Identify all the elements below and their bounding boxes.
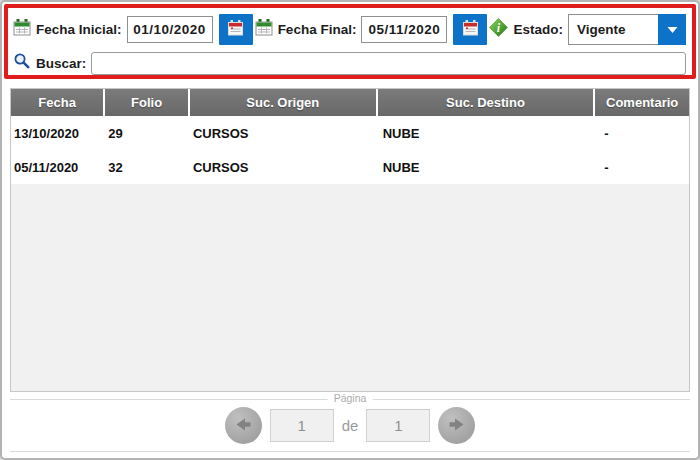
column-header-fecha[interactable]: Fecha <box>11 89 103 116</box>
fecha-final-label: Fecha Final: <box>278 22 357 37</box>
pagination-controls: de <box>10 400 690 451</box>
cell-folio: 29 <box>105 126 188 141</box>
calendar-icon <box>13 19 31 40</box>
cell-folio: 32 <box>105 160 188 175</box>
cell-suc-origen: CURSOS <box>190 126 376 141</box>
next-page-button[interactable] <box>438 407 475 444</box>
cell-suc-destino: NUBE <box>378 160 594 175</box>
cell-comentario: - <box>595 126 689 141</box>
previous-page-button[interactable] <box>225 407 262 444</box>
cell-fecha: 13/10/2020 <box>11 126 103 141</box>
current-page-input[interactable] <box>270 409 334 442</box>
total-pages-input[interactable] <box>366 409 430 442</box>
fecha-inicial-picker-button[interactable] <box>219 14 253 45</box>
page-of-label: de <box>342 417 359 434</box>
search-input[interactable] <box>91 52 686 75</box>
chevron-down-icon <box>667 22 678 37</box>
calendar-icon <box>255 19 273 40</box>
cell-fecha: 05/11/2020 <box>11 160 103 175</box>
filter-row-search: Buscar: <box>13 49 686 77</box>
buscar-label: Buscar: <box>36 56 86 71</box>
cell-suc-origen: CURSOS <box>190 160 376 175</box>
calendar-picker-icon <box>227 20 244 39</box>
cell-suc-destino: NUBE <box>378 126 594 141</box>
cell-comentario: - <box>595 160 689 175</box>
table-header-row: Fecha Folio Suc. Origen Suc. Destino Com… <box>11 89 689 116</box>
estado-selected-value: Vigente <box>568 14 658 45</box>
column-header-folio[interactable]: Folio <box>105 89 188 116</box>
results-table: Fecha Folio Suc. Origen Suc. Destino Com… <box>10 88 690 392</box>
fecha-final-picker-button[interactable] <box>453 14 487 45</box>
column-header-suc-origen[interactable]: Suc. Origen <box>190 89 376 116</box>
column-header-suc-destino[interactable]: Suc. Destino <box>378 89 594 116</box>
pagination-section: Página de <box>10 399 690 452</box>
arrow-right-icon <box>447 415 466 437</box>
estado-group: i Estado: Vigente <box>489 14 686 45</box>
fecha-inicial-label: Fecha Inicial: <box>36 22 122 37</box>
estado-label: Estado: <box>513 22 563 37</box>
filter-panel: Fecha Inicial: <box>4 4 696 79</box>
table-row[interactable]: 13/10/2020 29 CURSOS NUBE - <box>11 116 689 150</box>
search-icon <box>13 52 31 74</box>
fecha-inicial-group: Fecha Inicial: <box>13 14 253 45</box>
info-icon: i <box>489 18 508 41</box>
estado-dropdown[interactable]: Vigente <box>568 14 686 45</box>
table-body: 13/10/2020 29 CURSOS NUBE - 05/11/2020 3… <box>11 116 689 184</box>
fecha-final-group: Fecha Final: <box>255 14 488 45</box>
filter-row-dates: Fecha Inicial: <box>13 11 686 47</box>
fecha-final-input[interactable] <box>361 16 447 43</box>
calendar-picker-icon <box>462 20 479 39</box>
fecha-inicial-input[interactable] <box>127 16 213 43</box>
column-header-comentario[interactable]: Comentario <box>595 89 689 116</box>
arrow-left-icon <box>234 415 253 437</box>
estado-dropdown-button[interactable] <box>658 14 686 45</box>
table-row[interactable]: 05/11/2020 32 CURSOS NUBE - <box>11 150 689 184</box>
app-window: Fecha Inicial: <box>0 0 700 460</box>
pagination-legend: Página <box>328 392 373 404</box>
